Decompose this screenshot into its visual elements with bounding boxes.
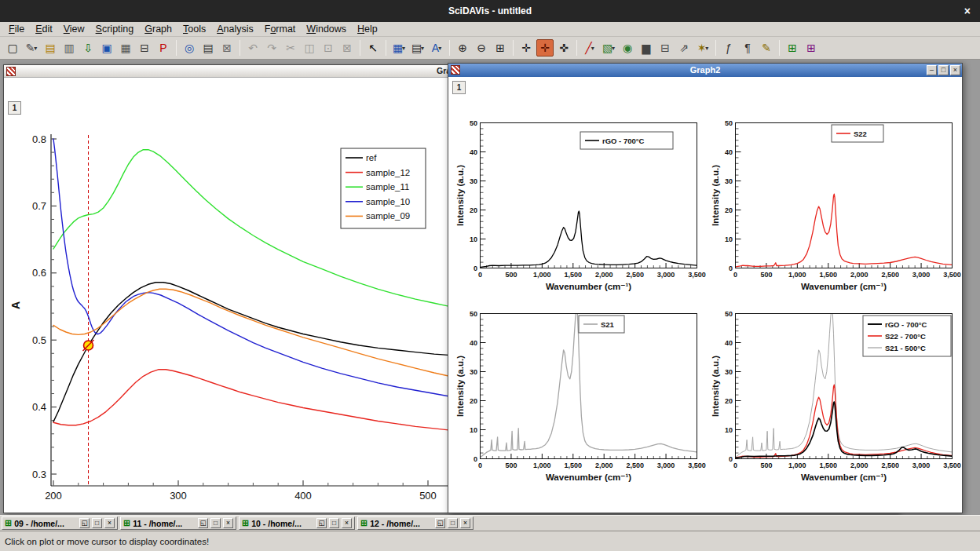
task-maximize-button[interactable]: □	[329, 518, 339, 528]
y-tick-label: 30	[470, 368, 477, 376]
status-bar: Click on plot or move cursor to display …	[0, 531, 980, 551]
x-tick-label: 0	[733, 462, 737, 469]
graph2-window[interactable]: Graph2 –□× 1 05001,0001,5002,0002,5003,0…	[448, 63, 963, 513]
taskbar-window-button[interactable]: ⊞11 - /home/...◱□×	[120, 516, 236, 530]
results-log-button[interactable]: ▤	[199, 39, 217, 57]
add-note-button[interactable]: ✎	[758, 39, 775, 57]
toolbar-separator	[240, 40, 240, 56]
project-explorer-button[interactable]: ◎	[181, 39, 198, 57]
histogram-button[interactable]: ▆	[638, 39, 655, 57]
zoom-in-button[interactable]: ⊕	[454, 39, 471, 57]
cut-button: ✂	[282, 39, 299, 57]
x-tick-label: 3,000	[657, 462, 675, 469]
analysis-tools-button[interactable]: ✶▾	[694, 39, 711, 57]
paste-icon: ⊡	[324, 42, 333, 54]
open-template-icon: ▥	[64, 42, 74, 54]
add-image-button[interactable]: ▧▾	[600, 39, 617, 57]
legend-entry-label: rGO - 700°C	[885, 320, 927, 329]
import-ascii-button[interactable]: ⇩	[79, 39, 97, 57]
raman-subplot-bottom-left[interactable]: 05001,0001,5002,0002,5003,0003,500010203…	[455, 307, 714, 507]
task-maximize-button[interactable]: □	[210, 518, 221, 528]
menu-analysis[interactable]: Analysis	[211, 23, 259, 35]
graph2-layer-button[interactable]: 1	[452, 81, 466, 94]
undo-button: ↶	[244, 39, 261, 57]
script-window-button[interactable]: ¶	[739, 39, 756, 57]
data-reader-icon: ✛	[540, 42, 550, 54]
open-template-button[interactable]: ▥	[60, 39, 78, 57]
y-tick-label: 0	[474, 455, 477, 463]
vector-plot-button[interactable]: ⇗	[675, 39, 693, 57]
zoom-out-button[interactable]: ⊖	[473, 39, 490, 57]
graph2-titlebar[interactable]: Graph2 –□×	[448, 64, 962, 77]
menu-graph[interactable]: Graph	[139, 23, 177, 35]
menu-format[interactable]: Format	[259, 23, 302, 35]
window-titlebar[interactable]: SciDAVis - untitled ×	[0, 0, 980, 22]
task-maximize-button[interactable]: □	[448, 518, 458, 528]
new-aspect-button[interactable]: ✎▾	[23, 39, 40, 57]
task-close-button[interactable]: ×	[223, 518, 233, 528]
menu-windows[interactable]: Windows	[301, 23, 352, 35]
taskbar-window-button[interactable]: ⊞09 - /home/...◱□×	[2, 516, 118, 530]
x-tick-label: 1,500	[565, 271, 583, 279]
task-close-button[interactable]: ×	[104, 518, 115, 528]
raman-subplot-top-right[interactable]: 05001,0001,5002,0002,5003,0003,500010203…	[710, 116, 962, 316]
menu-edit[interactable]: Edit	[30, 23, 58, 35]
raman-subplot-bottom-right-container: 05001,0001,5002,0002,5003,0003,500010203…	[710, 307, 962, 510]
menu-file[interactable]: File	[3, 23, 30, 35]
table-layout-button[interactable]: ▦▾	[390, 39, 408, 57]
box-plot-button[interactable]: ⊟	[656, 39, 674, 57]
window-maximize-button[interactable]: □	[938, 65, 949, 75]
menu-scripting[interactable]: Scripting	[90, 23, 140, 35]
raman-subplot-bottom-right[interactable]: 05001,0001,5002,0002,5003,0003,500010203…	[710, 307, 962, 507]
save-template-icon: ▦	[120, 42, 130, 54]
legend-entry-label: S22 - 700°C	[885, 332, 926, 341]
script-window-icon: ¶	[744, 42, 751, 54]
task-maximize-button[interactable]: □	[92, 518, 102, 528]
y-axis-title: Intensity (a.u.)	[455, 165, 465, 226]
pointer-button[interactable]: ↖	[364, 39, 382, 57]
new-table-button[interactable]: ⊞	[784, 39, 801, 57]
task-restore-button[interactable]: ◱	[198, 518, 208, 528]
save-template-button[interactable]: ▦	[117, 39, 134, 57]
fit-function-icon: ƒ	[726, 42, 732, 54]
window-close-button[interactable]: ×	[950, 65, 960, 75]
print-button[interactable]: ⊟	[136, 39, 153, 57]
open-project-button[interactable]: ▤	[42, 39, 59, 57]
legend-entry-label: sample_09	[366, 211, 410, 221]
save-project-button[interactable]: ▣	[98, 39, 115, 57]
new-matrix-button[interactable]: ⊞	[803, 39, 820, 57]
menu-tools[interactable]: Tools	[177, 23, 211, 35]
column-values-button[interactable]: ▤▾	[409, 39, 426, 57]
window-minimize-button[interactable]: –	[927, 65, 937, 75]
graph2-window-controls: –□×	[927, 65, 960, 75]
task-restore-button[interactable]: ◱	[435, 518, 445, 528]
raman-subplot-top-left[interactable]: 05001,0001,5002,0002,5003,0003,500010203…	[455, 116, 714, 316]
rescale-to-show-all-button[interactable]: ⊞	[492, 39, 509, 57]
window-close-icon[interactable]: ×	[964, 4, 971, 18]
color-map-button[interactable]: ◉	[619, 39, 636, 57]
text-format-button[interactable]: A▾	[428, 39, 445, 57]
task-close-button[interactable]: ×	[460, 518, 470, 528]
taskbar-window-button[interactable]: ⊞10 - /home/...◱□×	[239, 516, 355, 530]
fit-function-button[interactable]: ƒ	[720, 39, 737, 57]
redo-icon: ↷	[267, 42, 276, 54]
select-data-range-button[interactable]: ✜	[555, 39, 572, 57]
screen-reader-button[interactable]: ✛	[517, 39, 535, 57]
menu-help[interactable]: Help	[352, 23, 383, 35]
status-message: Click on plot or move cursor to display …	[5, 537, 209, 546]
uvvis-plot-canvas[interactable]: 0.30.40.50.60.70.8200300400500Arefsample…	[4, 93, 448, 513]
task-restore-button[interactable]: ◱	[316, 518, 327, 528]
y-tick-label: 0	[729, 455, 733, 463]
lock-toolbars-button[interactable]: ⊠	[218, 39, 236, 57]
menu-view[interactable]: View	[58, 23, 90, 35]
export-pdf-button[interactable]: P	[155, 39, 172, 57]
new-project-button[interactable]: ▢	[4, 39, 21, 57]
task-restore-button[interactable]: ◱	[79, 518, 90, 528]
dropdown-arrow-icon: ▾	[421, 45, 424, 52]
data-reader-button[interactable]: ✛	[536, 39, 554, 57]
task-close-button[interactable]: ×	[342, 518, 352, 528]
graph2-content: 1 05001,0001,5002,0002,5003,0003,5000102…	[448, 77, 962, 513]
draw-line-button[interactable]: ╱▾	[581, 39, 598, 57]
taskbar-window-button[interactable]: ⊞12 - /home/...◱□×	[357, 516, 474, 530]
graph1-layer-button[interactable]: 1	[8, 101, 21, 115]
